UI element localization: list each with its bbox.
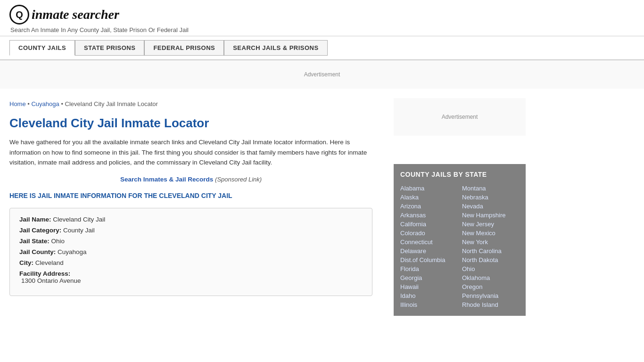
state-oklahoma[interactable]: Oklahoma: [462, 273, 519, 282]
states-left-column: Alabama Alaska Arizona Arkansas Californ…: [400, 184, 457, 309]
state-connecticut[interactable]: Connecticut: [400, 238, 457, 247]
state-north-dakota[interactable]: North Dakota: [462, 255, 519, 264]
county-jails-by-state: COUNTY JAILS BY STATE Alabama Alaska Ari…: [394, 164, 526, 316]
breadcrumb: Home • Cuyahoga • Cleveland City Jail In…: [9, 100, 372, 107]
state-alaska[interactable]: Alaska: [400, 193, 457, 202]
jail-county-value: Cuyahoga: [58, 248, 87, 255]
jail-category-value: County Jail: [63, 227, 95, 234]
top-advertisement: Advertisement: [0, 60, 644, 89]
description: We have gathered for you all the availab…: [9, 137, 372, 168]
jail-address-value: 1300 Ontario Avenue: [19, 277, 363, 284]
state-nebraska[interactable]: Nebraska: [462, 193, 519, 202]
main-layout: Home • Cuyahoga • Cleveland City Jail In…: [0, 93, 644, 321]
jail-category-row: Jail Category: County Jail: [19, 227, 363, 234]
state-delaware[interactable]: Delaware: [400, 247, 457, 255]
sponsored-link[interactable]: Search Inmates & Jail Records: [120, 176, 213, 183]
state-montana[interactable]: Montana: [462, 184, 519, 193]
page-title: Cleveland City Jail Inmate Locator: [9, 116, 372, 131]
jail-state-value: Ohio: [51, 238, 65, 245]
state-nevada[interactable]: Nevada: [462, 202, 519, 211]
jail-address-row: Facility Address: 1300 Ontario Avenue: [19, 270, 363, 284]
sidebar-title: COUNTY JAILS BY STATE: [400, 171, 519, 178]
jail-name-label: Jail Name:: [19, 216, 51, 223]
state-colorado[interactable]: Colorado: [400, 229, 457, 238]
state-list: Alabama Alaska Arizona Arkansas Californ…: [400, 184, 519, 309]
sponsored-label: (Sponsored Link): [215, 176, 262, 183]
nav-county-jails[interactable]: COUNTY JAILS: [9, 40, 75, 56]
state-north-carolina[interactable]: North Carolina: [462, 247, 519, 255]
breadcrumb-current: Cleveland City Jail Inmate Locator: [65, 100, 158, 107]
jail-address-label: Facility Address:: [19, 270, 70, 277]
logo-icon: Q: [9, 5, 29, 25]
jail-city-row: City: Cleveland: [19, 259, 363, 266]
state-new-mexico[interactable]: New Mexico: [462, 229, 519, 238]
state-new-york[interactable]: New York: [462, 238, 519, 247]
breadcrumb-home[interactable]: Home: [9, 100, 26, 107]
state-hawaii[interactable]: Hawaii: [400, 282, 457, 291]
state-pennsylvania[interactable]: Pennsylvania: [462, 291, 519, 300]
tagline: Search An Inmate In Any County Jail, Sta…: [10, 26, 635, 33]
nav-search-jails[interactable]: SEARCH JAILS & PRISONS: [224, 40, 327, 56]
nav-state-prisons[interactable]: STATE PRISONS: [75, 40, 144, 56]
jail-county-label: Jail County:: [19, 248, 56, 255]
state-arizona[interactable]: Arizona: [400, 202, 457, 211]
info-box: Jail Name: Cleveland City Jail Jail Cate…: [9, 208, 372, 296]
states-right-column: Montana Nebraska Nevada New Hampshire Ne…: [462, 184, 519, 309]
state-dc[interactable]: Dist.of Columbia: [400, 255, 457, 264]
inmate-info-header: HERE IS JAIL INMATE INFORMATION FOR THE …: [9, 191, 372, 201]
jail-state-label: Jail State:: [19, 238, 50, 245]
state-rhode-island[interactable]: Rhode Island: [462, 300, 519, 309]
nav-federal-prisons[interactable]: FEDERAL PRISONS: [144, 40, 224, 56]
breadcrumb-county[interactable]: Cuyahoga: [31, 100, 59, 107]
jail-county-row: Jail County: Cuyahoga: [19, 248, 363, 255]
state-illinois[interactable]: Illinois: [400, 300, 457, 309]
state-ohio[interactable]: Ohio: [462, 264, 519, 273]
state-new-jersey[interactable]: New Jersey: [462, 220, 519, 229]
content-area: Home • Cuyahoga • Cleveland City Jail In…: [0, 93, 387, 321]
jail-city-value: Cleveland: [35, 259, 64, 266]
jail-name-value: Cleveland City Jail: [53, 216, 105, 223]
state-oregon[interactable]: Oregon: [462, 282, 519, 291]
nav: COUNTY JAILS STATE PRISONS FEDERAL PRISO…: [0, 36, 644, 60]
state-new-hampshire[interactable]: New Hampshire: [462, 211, 519, 220]
state-idaho[interactable]: Idaho: [400, 291, 457, 300]
state-florida[interactable]: Florida: [400, 264, 457, 273]
logo-text: inmate searcher: [32, 7, 119, 22]
jail-name-row: Jail Name: Cleveland City Jail: [19, 216, 363, 223]
state-georgia[interactable]: Georgia: [400, 273, 457, 282]
jail-category-label: Jail Category:: [19, 227, 61, 234]
state-alabama[interactable]: Alabama: [400, 184, 457, 193]
state-california[interactable]: California: [400, 220, 457, 229]
sidebar-advertisement: Advertisement: [394, 98, 526, 136]
header: Q inmate searcher Search An Inmate In An…: [0, 0, 644, 36]
logo-area: Q inmate searcher: [9, 5, 635, 25]
jail-city-label: City:: [19, 259, 33, 266]
jail-state-row: Jail State: Ohio: [19, 238, 363, 245]
state-arkansas[interactable]: Arkansas: [400, 211, 457, 220]
logo-symbol: Q: [16, 9, 23, 20]
sidebar: Advertisement COUNTY JAILS BY STATE Alab…: [387, 93, 533, 321]
sponsored-link-area: Search Inmates & Jail Records (Sponsored…: [9, 175, 372, 183]
